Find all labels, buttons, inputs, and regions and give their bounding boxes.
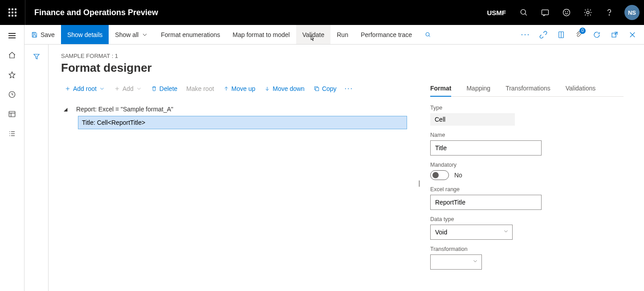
show-details-label: Show details bbox=[67, 31, 102, 38]
attachments-icon[interactable]: 0 bbox=[571, 25, 587, 45]
app-launcher[interactable] bbox=[0, 0, 25, 25]
save-label: Save bbox=[41, 31, 55, 38]
office-icon[interactable] bbox=[553, 25, 569, 45]
run-button[interactable]: Run bbox=[330, 25, 355, 44]
attachment-badge: 0 bbox=[579, 28, 586, 34]
tab-format[interactable]: Format bbox=[430, 83, 451, 96]
excel-range-input[interactable] bbox=[430, 195, 542, 210]
svg-rect-9 bbox=[9, 111, 15, 117]
svg-point-3 bbox=[563, 9, 570, 16]
move-up-button[interactable]: Move up bbox=[220, 83, 259, 94]
page-title: Format designer bbox=[61, 61, 635, 75]
svg-point-0 bbox=[521, 9, 526, 14]
collapse-caret-icon[interactable]: ◢ bbox=[61, 107, 70, 112]
validate-button[interactable]: Validate bbox=[296, 25, 331, 44]
favorites-icon[interactable] bbox=[8, 70, 16, 79]
tree-root-label: Report: Excel = "Sample format_A" bbox=[76, 106, 173, 113]
help-icon[interactable] bbox=[599, 0, 620, 25]
svg-point-5 bbox=[567, 12, 568, 12]
name-input[interactable] bbox=[430, 140, 542, 156]
transformation-select[interactable] bbox=[430, 254, 482, 270]
svg-point-7 bbox=[609, 15, 609, 15]
save-button[interactable]: Save bbox=[24, 25, 61, 44]
move-down-button[interactable]: Move down bbox=[261, 83, 308, 94]
app-title: Finance and Operations Preview bbox=[25, 0, 158, 25]
filter-icon[interactable] bbox=[33, 53, 41, 61]
breadcrumb: SAMPLE FORMAT : 1 bbox=[61, 53, 635, 59]
tab-transformations[interactable]: Transformations bbox=[505, 83, 550, 96]
map-format-to-model-button[interactable]: Map format to model bbox=[226, 25, 296, 44]
tree-more-icon[interactable]: ··· bbox=[342, 83, 356, 94]
make-root-button: Make root bbox=[183, 83, 217, 94]
svg-rect-2 bbox=[542, 10, 549, 15]
legal-entity[interactable]: USMF bbox=[480, 9, 514, 16]
messages-icon[interactable] bbox=[534, 0, 556, 25]
hamburger-icon[interactable] bbox=[8, 31, 16, 40]
show-details-button[interactable]: Show details bbox=[61, 25, 109, 44]
search-icon[interactable] bbox=[513, 0, 534, 25]
name-label: Name bbox=[430, 132, 624, 138]
type-value: Cell bbox=[430, 113, 515, 126]
copy-button[interactable]: Copy bbox=[310, 83, 340, 94]
nav-rail bbox=[0, 25, 24, 291]
transformation-label: Transformation bbox=[430, 246, 624, 252]
tree-child-row[interactable]: Title: Cell<ReportTitle> bbox=[78, 116, 407, 129]
mandatory-label: Mandatory bbox=[430, 162, 624, 168]
data-type-select[interactable] bbox=[430, 225, 513, 240]
delete-button[interactable]: Delete bbox=[147, 83, 181, 94]
mandatory-toggle[interactable] bbox=[430, 170, 449, 180]
smile-icon[interactable] bbox=[556, 0, 577, 25]
modules-icon[interactable] bbox=[8, 129, 16, 138]
add-root-button[interactable]: Add root bbox=[61, 83, 109, 94]
show-all-button[interactable]: Show all bbox=[109, 25, 155, 44]
type-label: Type bbox=[430, 105, 624, 111]
svg-rect-33 bbox=[316, 88, 319, 91]
chevron-down-icon bbox=[136, 86, 142, 92]
svg-rect-19 bbox=[33, 35, 36, 37]
excel-range-label: Excel range bbox=[430, 186, 624, 193]
svg-point-20 bbox=[426, 33, 429, 36]
show-all-label: Show all bbox=[115, 31, 139, 38]
svg-line-1 bbox=[525, 14, 527, 16]
popout-icon[interactable] bbox=[607, 25, 623, 45]
gear-icon[interactable] bbox=[577, 0, 599, 25]
link-icon[interactable] bbox=[535, 25, 551, 45]
chevron-down-icon bbox=[141, 31, 148, 38]
recent-icon[interactable] bbox=[8, 90, 16, 99]
add-button: Add bbox=[110, 83, 146, 94]
splitter-handle[interactable]: || bbox=[416, 83, 421, 283]
action-search-button[interactable] bbox=[418, 25, 438, 44]
detail-tabs: Format Mapping Transformations Validatio… bbox=[430, 83, 624, 97]
tree-root-row[interactable]: ◢ Report: Excel = "Sample format_A" bbox=[61, 102, 407, 116]
user-avatar[interactable]: NS bbox=[624, 5, 640, 20]
svg-line-21 bbox=[429, 35, 430, 37]
svg-rect-18 bbox=[33, 32, 35, 33]
tab-validations[interactable]: Validations bbox=[566, 83, 595, 96]
filter-rail bbox=[24, 45, 49, 291]
workspaces-icon[interactable] bbox=[8, 110, 16, 119]
svg-point-6 bbox=[587, 11, 589, 14]
chevron-down-icon bbox=[99, 86, 105, 92]
svg-point-4 bbox=[565, 12, 566, 12]
tab-mapping[interactable]: Mapping bbox=[466, 83, 490, 96]
tree-child-label: Title: Cell<ReportTitle> bbox=[78, 119, 149, 126]
data-type-label: Data type bbox=[430, 216, 624, 222]
action-bar: Save Show details Show all Format enumer… bbox=[24, 25, 644, 45]
tree-toolbar: Add root Add Delete bbox=[61, 83, 407, 94]
mandatory-value: No bbox=[454, 172, 462, 179]
performance-trace-button[interactable]: Performance trace bbox=[355, 25, 418, 44]
close-icon[interactable] bbox=[624, 25, 640, 45]
overflow-icon[interactable]: ··· bbox=[518, 25, 534, 45]
format-enumerations-button[interactable]: Format enumerations bbox=[155, 25, 226, 44]
waffle-icon bbox=[8, 8, 16, 16]
home-icon[interactable] bbox=[8, 51, 16, 60]
refresh-icon[interactable] bbox=[589, 25, 605, 45]
